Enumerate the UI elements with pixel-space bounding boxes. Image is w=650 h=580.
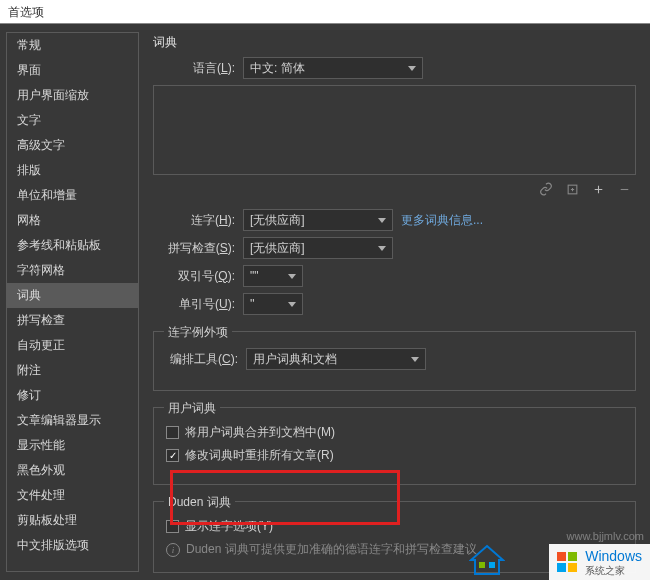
svg-rect-2 — [489, 562, 495, 568]
language-label: 语言(L): — [153, 60, 243, 77]
spelling-select[interactable]: [无供应商] — [243, 237, 393, 259]
sidebar-item-general[interactable]: 常规 — [7, 33, 138, 58]
single-quote-label: 单引号(U): — [153, 296, 243, 313]
merge-label: 将用户词典合并到文档中(M) — [185, 424, 335, 441]
compose-label: 编排工具(C): — [166, 351, 246, 368]
content-panel: 词典 语言(L): 中文: 简体 连字(H): [无供应商] 更多词典信息...… — [145, 24, 650, 580]
sidebar-item-chargrid[interactable]: 字符网格 — [7, 258, 138, 283]
sidebar-item-cjk[interactable]: 中文排版选项 — [7, 533, 138, 558]
double-quote-select[interactable]: "" — [243, 265, 303, 287]
hyphenation-label: 连字(H): — [153, 212, 243, 229]
watermark-text: Windows 系统之家 — [585, 548, 642, 578]
duden-show-label: 显示连字选项(Y) — [185, 518, 273, 535]
windows-logo-icon — [557, 552, 579, 574]
hyphenation-row: 连字(H): [无供应商] 更多词典信息... — [153, 209, 636, 231]
sidebar-item-file-handling[interactable]: 文件处理 — [7, 483, 138, 508]
exceptions-fieldset: 连字例外项 编排工具(C): 用户词典和文档 — [153, 331, 636, 391]
sidebar-item-grids[interactable]: 网格 — [7, 208, 138, 233]
recompose-checkbox[interactable] — [166, 449, 179, 462]
userdict-fieldset: 用户词典 将用户词典合并到文档中(M) 修改词典时重排所有文章(R) — [153, 407, 636, 485]
main-layout: 常规 界面 用户界面缩放 文字 高级文字 排版 单位和增量 网格 参考线和粘贴板… — [0, 24, 650, 580]
info-icon: i — [166, 543, 180, 557]
sidebar-item-story-editor[interactable]: 文章编辑器显示 — [7, 408, 138, 433]
title-text: 首选项 — [8, 5, 44, 19]
exceptions-legend: 连字例外项 — [164, 324, 232, 341]
duden-show-checkbox[interactable] — [166, 520, 179, 533]
section-title: 词典 — [153, 34, 636, 51]
single-quote-select[interactable]: '' — [243, 293, 303, 315]
watermark-url: www.bjjmlv.com — [567, 530, 644, 542]
compose-select[interactable]: 用户词典和文档 — [246, 348, 426, 370]
duden-legend: Duden 词典 — [164, 494, 235, 511]
dictionary-toolbar — [153, 179, 636, 203]
sidebar-item-guides[interactable]: 参考线和粘贴板 — [7, 233, 138, 258]
sidebar-list: 常规 界面 用户界面缩放 文字 高级文字 排版 单位和增量 网格 参考线和粘贴板… — [6, 32, 139, 572]
duden-info-text: Duden 词典可提供更加准确的德语连字和拼写检查建议 — [186, 541, 477, 558]
sidebar-item-units[interactable]: 单位和增量 — [7, 183, 138, 208]
userdict-legend: 用户词典 — [164, 400, 220, 417]
sidebar-item-type[interactable]: 文字 — [7, 108, 138, 133]
compose-row: 编排工具(C): 用户词典和文档 — [166, 348, 623, 370]
spelling-row: 拼写检查(S): [无供应商] — [153, 237, 636, 259]
recompose-checkbox-row[interactable]: 修改词典时重排所有文章(R) — [166, 447, 623, 464]
sidebar-item-interface[interactable]: 界面 — [7, 58, 138, 83]
title-bar: 首选项 — [0, 0, 650, 24]
sidebar-item-black[interactable]: 黑色外观 — [7, 458, 138, 483]
double-quote-label: 双引号(Q): — [153, 268, 243, 285]
sidebar-item-adv-type[interactable]: 高级文字 — [7, 133, 138, 158]
more-dict-info-link[interactable]: 更多词典信息... — [401, 212, 483, 229]
language-row: 语言(L): 中文: 简体 — [153, 57, 636, 79]
sidebar-item-display-perf[interactable]: 显示性能 — [7, 433, 138, 458]
sidebar: 常规 界面 用户界面缩放 文字 高级文字 排版 单位和增量 网格 参考线和粘贴板… — [0, 24, 145, 580]
sidebar-item-dictionary[interactable]: 词典 — [7, 283, 138, 308]
new-icon[interactable] — [564, 181, 580, 197]
house-icon — [469, 544, 505, 576]
sidebar-item-notes[interactable]: 附注 — [7, 358, 138, 383]
sidebar-item-clipboard[interactable]: 剪贴板处理 — [7, 508, 138, 533]
single-quote-row: 单引号(U): '' — [153, 293, 636, 315]
recompose-label: 修改词典时重排所有文章(R) — [185, 447, 334, 464]
plus-icon[interactable] — [590, 181, 606, 197]
sidebar-item-ui-scaling[interactable]: 用户界面缩放 — [7, 83, 138, 108]
sidebar-item-autocorrect[interactable]: 自动更正 — [7, 333, 138, 358]
link-icon[interactable] — [538, 181, 554, 197]
hyphenation-select[interactable]: [无供应商] — [243, 209, 393, 231]
duden-show-checkbox-row[interactable]: 显示连字选项(Y) — [166, 518, 623, 535]
watermark: www.bjjmlv.com Windows 系统之家 — [549, 544, 650, 580]
svg-rect-1 — [479, 562, 485, 568]
merge-checkbox[interactable] — [166, 426, 179, 439]
spelling-label: 拼写检查(S): — [153, 240, 243, 257]
language-select[interactable]: 中文: 简体 — [243, 57, 423, 79]
sidebar-item-trackchanges[interactable]: 修订 — [7, 383, 138, 408]
merge-checkbox-row[interactable]: 将用户词典合并到文档中(M) — [166, 424, 623, 441]
sidebar-item-spelling[interactable]: 拼写检查 — [7, 308, 138, 333]
sidebar-item-composition[interactable]: 排版 — [7, 158, 138, 183]
dictionary-list-box[interactable] — [153, 85, 636, 175]
minus-icon[interactable] — [616, 181, 632, 197]
double-quote-row: 双引号(Q): "" — [153, 265, 636, 287]
